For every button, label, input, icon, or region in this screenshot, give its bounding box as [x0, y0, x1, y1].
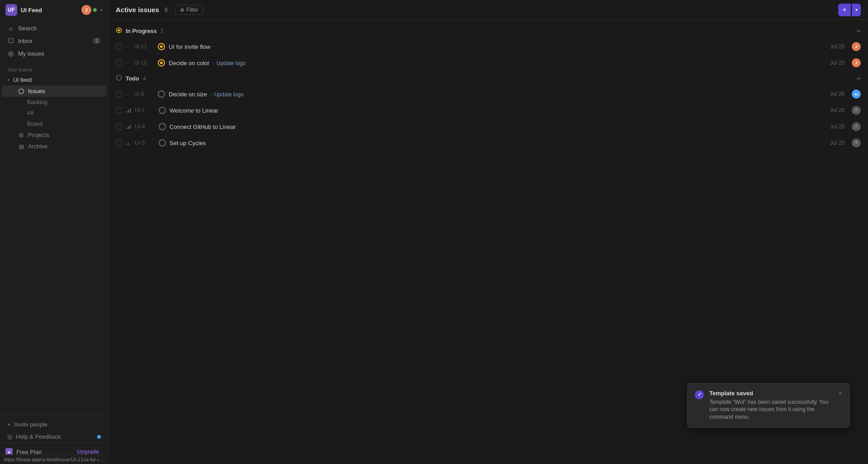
add-to-group-button-in-progress[interactable]: + — [857, 28, 861, 35]
help-icon: ◎ — [7, 433, 12, 440]
issue-checkbox[interactable] — [116, 43, 122, 50]
add-to-group-button-todo[interactable]: + — [857, 75, 861, 82]
status-in-progress-icon — [158, 43, 165, 50]
chevron-down-icon[interactable]: ▾ — [100, 8, 103, 13]
my-issues-icon: ◎ — [7, 50, 14, 57]
my-issues-label: My issues — [18, 50, 101, 57]
search-label: Search — [18, 25, 101, 32]
sidebar: UF UI Feed J ▾ ⌕ Search ☐ Inbox 2 ◎ My i… — [0, 0, 108, 464]
status-todo-icon — [159, 123, 166, 130]
filter-button[interactable]: ⊕ Filter — [175, 5, 203, 15]
toast-title: Template saved — [709, 390, 833, 397]
help-label: Help & Feedback — [16, 433, 61, 440]
team-item-ui-feed[interactable]: ▾ Ui feed — [2, 74, 106, 85]
issue-row[interactable]: UI-5 Set up Cycles Jul 20 — [108, 135, 868, 151]
archive-icon: ▤ — [18, 143, 24, 150]
svg-rect-4 — [126, 111, 127, 113]
svg-rect-9 — [128, 126, 129, 129]
issue-row[interactable]: UI-1 Welcome to Linear Jul 20 — [108, 102, 868, 118]
issue-drag-handle: ··· — [126, 91, 130, 97]
svg-rect-10 — [130, 125, 131, 129]
invite-people-button[interactable]: + Invite people — [2, 418, 106, 431]
issue-date: Jul 20 — [830, 91, 844, 97]
main-header: Active issues 6 ⊕ Filter + ▾ — [108, 0, 868, 20]
issue-date: Jul 20 — [830, 140, 844, 146]
toast-body: Template "Wut" has been saved successful… — [709, 398, 833, 421]
issue-breadcrumb: ›Update logo — [211, 60, 246, 66]
sidebar-item-archive[interactable]: ▤ Archive — [2, 141, 106, 152]
issue-assignee-avatar: JC — [852, 90, 861, 99]
issue-drag-handle: ··· — [126, 43, 130, 50]
backlog-label: Backlog — [27, 99, 47, 105]
search-icon: ⌕ — [7, 24, 14, 32]
your-teams-label: Your teams — [0, 62, 108, 74]
sidebar-item-all[interactable]: All — [2, 108, 106, 118]
help-feedback-button[interactable]: ◎ Help & Feedback — [2, 431, 106, 443]
svg-point-3 — [117, 76, 122, 80]
issue-assignee-avatar — [852, 138, 861, 147]
issues-label: Issues — [28, 88, 45, 95]
inbox-icon: ☐ — [7, 37, 14, 44]
issue-drag-handle: ··· — [126, 60, 130, 66]
in-progress-status-icon — [116, 27, 122, 35]
issue-row[interactable]: ··· UI-11 UI for invite flow Jul 20 J — [108, 38, 868, 55]
sidebar-item-search[interactable]: ⌕ Search — [2, 22, 106, 34]
svg-rect-13 — [128, 143, 129, 145]
toast-success-icon — [695, 390, 704, 399]
issue-checkbox[interactable] — [116, 123, 122, 130]
all-label: All — [27, 110, 33, 116]
sidebar-nav: ⌕ Search ☐ Inbox 2 ◎ My issues — [0, 20, 108, 62]
issue-row[interactable]: ··· UI-8 Decide on size ›Update logo Jul… — [108, 86, 868, 102]
issue-checkbox[interactable] — [116, 60, 122, 66]
status-todo-icon — [158, 90, 165, 98]
notification-dot — [97, 435, 101, 439]
app-title: UI Feed — [21, 7, 78, 14]
issue-checkbox[interactable] — [116, 107, 122, 114]
issue-date: Jul 20 — [830, 43, 844, 50]
issue-id: UI-10 — [134, 60, 154, 66]
sidebar-item-inbox[interactable]: ☐ Inbox 2 — [2, 34, 106, 47]
issue-title: Set up Cycles — [170, 140, 826, 147]
avatar-group: J — [81, 5, 97, 15]
filter-icon: ⊕ — [180, 7, 184, 13]
issue-row[interactable]: ··· UI-10 Decide on color ›Update logo J… — [108, 55, 868, 71]
invite-label: Invite people — [14, 421, 48, 428]
issue-date: Jul 20 — [830, 60, 844, 66]
svg-rect-5 — [128, 110, 129, 113]
plus-icon: + — [7, 421, 11, 428]
issue-date: Jul 20 — [830, 123, 844, 130]
sidebar-header: UF UI Feed J ▾ — [0, 0, 108, 20]
issue-assignee-avatar — [852, 106, 861, 115]
sidebar-item-issues[interactable]: Issues — [2, 85, 106, 97]
issue-row[interactable]: UI-4 Connect GitHub to Linear Jul 20 — [108, 118, 868, 135]
status-in-progress-icon — [158, 59, 165, 66]
issue-assignee-avatar — [852, 122, 861, 131]
board-label: Board — [27, 121, 42, 127]
status-todo-icon — [159, 107, 166, 114]
issues-icon — [18, 88, 24, 95]
add-issue-dropdown-button[interactable]: ▾ — [852, 4, 861, 16]
toast-close-button[interactable]: × — [838, 390, 842, 397]
page-title: Active issues — [116, 6, 159, 14]
svg-rect-12 — [126, 144, 127, 145]
issue-id: UI-8 — [134, 91, 154, 97]
chevron-down-icon: ▾ — [7, 77, 9, 82]
sidebar-item-my-issues[interactable]: ◎ My issues — [2, 47, 106, 60]
issue-drag-handle — [126, 123, 131, 130]
issue-checkbox[interactable] — [116, 91, 122, 97]
add-issue-button[interactable]: + — [838, 4, 851, 16]
svg-point-2 — [118, 29, 120, 32]
sidebar-item-board[interactable]: Board — [2, 118, 106, 129]
sidebar-item-projects[interactable]: ⊞ Projects — [2, 129, 106, 141]
issue-id: UI-4 — [135, 123, 155, 130]
issue-assignee-avatar: J — [852, 58, 861, 67]
user-avatar[interactable]: J — [81, 5, 91, 15]
svg-rect-6 — [130, 109, 131, 113]
toast-content: Template saved Template "Wut" has been s… — [709, 390, 833, 421]
sidebar-item-backlog[interactable]: Backlog — [2, 97, 106, 108]
issue-date: Jul 20 — [830, 107, 844, 114]
group-count-todo: 4 — [143, 76, 146, 82]
issue-checkbox[interactable] — [116, 140, 122, 146]
status-dot — [93, 8, 97, 12]
issue-count: 6 — [165, 6, 168, 13]
